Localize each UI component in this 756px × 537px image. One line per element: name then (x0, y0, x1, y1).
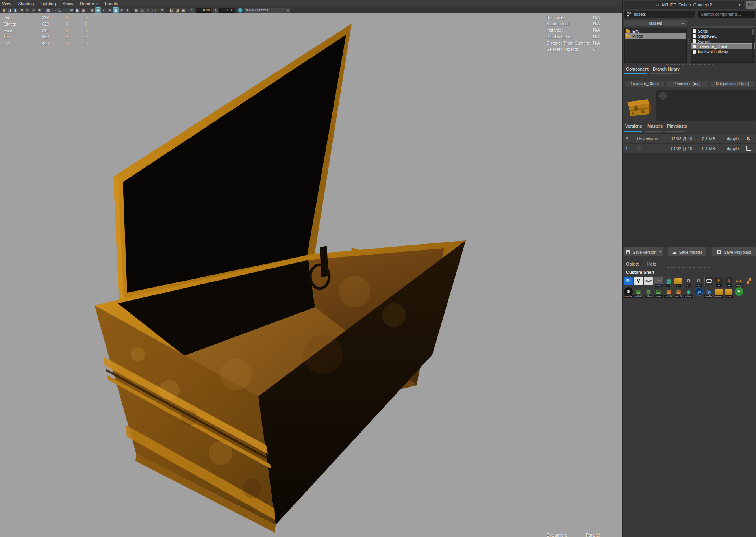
scrollbar[interactable] (752, 29, 754, 62)
toolbar-icon-13[interactable]: ◧ (75, 8, 80, 13)
gamma-icon[interactable]: ◑ (213, 8, 218, 13)
toolbar-icon-3[interactable]: ⚑ (19, 8, 24, 13)
version-row-1[interactable]: 104/02 @ 10...0.1 MBdgayle (623, 144, 756, 153)
toolbar-icon-18[interactable]: ◐ (101, 8, 107, 13)
colorspace-dropdown[interactable]: sRGB gamma ▼ (244, 8, 292, 13)
menu-panels[interactable]: Panels (105, 1, 118, 6)
open-folder-icon[interactable] (745, 146, 752, 152)
component-item-backwallhallway[interactable]: backwallHallway (691, 49, 755, 54)
splitter-handle[interactable] (687, 39, 689, 50)
toolbar-icon-19[interactable]: ⊕ (107, 8, 113, 13)
component-item-stepsgeo[interactable]: StepsGEO (691, 33, 755, 39)
toolbar-icon-6[interactable]: ✚ (37, 8, 42, 13)
shelf-icon-123[interactable]: ▦123 (664, 277, 673, 287)
toolbar-icon-31[interactable]: ◧ (169, 8, 174, 13)
shelf-icon-imgref[interactable]: ◉imgRef (704, 287, 713, 297)
menu-lighting[interactable]: Lighting (41, 1, 56, 6)
shelf-icon-triaqt[interactable]: ♟♟triaQt (735, 277, 743, 287)
menu-renderer[interactable]: Renderer (80, 1, 98, 6)
shelf-icon-univers[interactable]: ▤univers (654, 287, 663, 297)
shelf-icon-br[interactable]: ⚙BR (684, 277, 693, 287)
divider[interactable] (666, 64, 713, 65)
toolbar-icon-26[interactable]: ○ (145, 8, 151, 13)
save-version-button[interactable]: Save version▼ (624, 247, 663, 256)
shelf-icon-r0-8[interactable] (704, 277, 713, 287)
toolbar-icon-17[interactable]: ◆ (95, 8, 101, 13)
exposure-field[interactable]: 0.00 (196, 8, 211, 13)
toolbar-icon-14[interactable]: ▣ (81, 8, 86, 13)
save-master-button[interactable]: ☁Save master (668, 247, 706, 256)
toolbar-icon-32[interactable]: ◨ (174, 8, 180, 13)
3d-viewport[interactable]: ViewShadingLightingShowRendererPanels ▮◨… (0, 0, 622, 537)
shelf-icon-pi[interactable]: PI (624, 277, 633, 287)
folder-item-env[interactable]: Env (625, 28, 686, 33)
tab-masters[interactable]: Masters (647, 124, 663, 128)
toolbar-icon-10[interactable]: ◫ (57, 8, 63, 13)
component-item-sword[interactable]: Sword (691, 39, 755, 44)
shelf-icon-cbr[interactable]: ⚙CBR (695, 277, 703, 287)
shelf-icon-re[interactable]: RE (674, 277, 683, 287)
gamma-field[interactable]: 1.00 (219, 8, 235, 13)
shelf-icon-checker[interactable]: ✱checker (624, 287, 633, 297)
toolbar-icon-24[interactable]: ◉ (133, 8, 139, 13)
user-avatar[interactable]: DG (746, 1, 756, 9)
toolbar-icon-22[interactable]: ● (125, 8, 130, 13)
toolbar-icon-4[interactable]: ✎ (25, 8, 30, 13)
version-row-2[interactable]: 2Uv textures12/02 @ 10...0.1 MBdgayle↻ (623, 134, 756, 143)
shelf-icon-import[interactable]: import (724, 287, 733, 297)
menu-object[interactable]: Object (626, 262, 639, 266)
shelf-icon-resuv[interactable]: ▦resUV (674, 287, 683, 297)
toolbar-icon-21[interactable]: ✶ (119, 8, 124, 13)
shelf-icon-lmap[interactable]: ▥LMap (644, 287, 653, 297)
shelf-icon-name[interactable]: ≡Name (654, 277, 663, 287)
shelf-icon-uvmap[interactable]: ◆uvMap (684, 287, 693, 297)
toolbar-icon-29[interactable]: ↖ (160, 8, 165, 13)
toolbar-icon-11[interactable]: □ (63, 8, 69, 13)
toolbar-icon-27[interactable]: ⋯ (151, 8, 157, 13)
shelf-icon-griduv[interactable]: ▦gridUV (664, 287, 673, 297)
shelf-icon-goz[interactable]: GoZ (644, 277, 653, 287)
scrollbar-thumb[interactable] (752, 29, 754, 35)
component-item-scroll[interactable]: Scroll (691, 28, 755, 33)
shelf-icon-⚑[interactable]: ⚑ (735, 287, 743, 297)
save-playblast-button[interactable]: Save Playblast (712, 247, 756, 256)
shelf-icon-qr[interactable]: QR (695, 287, 703, 297)
component-item-treasure_cheat[interactable]: Treasure_Cheat (691, 44, 755, 49)
toolbar-icon-25[interactable]: ◎ (139, 8, 145, 13)
sync-icon[interactable]: ↻ (745, 136, 752, 142)
shelf-icon-obj[interactable]: ⇩OBJ (724, 277, 733, 287)
folder-item-props[interactable]: Props (625, 33, 686, 39)
shelf-icon-export[interactable]: export (715, 287, 723, 297)
shelf-icon-y[interactable]: Y (634, 277, 643, 287)
toolbar-icon-8[interactable]: ▦ (45, 8, 51, 13)
search-input[interactable]: Search components... (698, 11, 755, 18)
menu-help[interactable]: Help (647, 262, 656, 266)
toolbar-icon-2[interactable]: ◧ (13, 8, 19, 13)
component-thumbnail[interactable] (624, 96, 654, 117)
toolbar-icon-35[interactable]: ↻ (189, 8, 195, 13)
toolbar-icon-0[interactable]: ▮ (1, 8, 7, 13)
shelf-icon-label: RE (676, 284, 681, 287)
toolbar-icon-20[interactable]: ▩ (113, 8, 119, 13)
shelf-icon-▞[interactable]: ▞ (745, 277, 753, 287)
menu-show[interactable]: Show (63, 1, 74, 6)
tab-component[interactable]: Component (626, 67, 649, 71)
toolbar-icon-1[interactable]: ◨ (7, 8, 13, 13)
shelf-icon-uvgrid[interactable]: ▦uvGrid (634, 287, 643, 297)
menu-view[interactable]: View (2, 1, 11, 6)
shelf-icon-obj[interactable]: ⇧OBJ (715, 277, 723, 287)
toolbar-icon-16[interactable]: ◈ (89, 8, 95, 13)
project-dropdown[interactable]: ⌂ AKLIEF_Twitch_Concept2 ▼ (624, 1, 744, 9)
tab-branch-library[interactable]: Branch library (653, 67, 680, 71)
path-dropdown-assets[interactable]: /assets ▼ (624, 20, 687, 26)
menu-shading[interactable]: Shading (18, 1, 34, 6)
divider[interactable] (667, 267, 711, 268)
toolbar-icon-33[interactable]: ▣ (180, 8, 186, 13)
add-preview-button[interactable]: + (659, 92, 667, 100)
tab-playblasts[interactable]: Playblasts (667, 124, 687, 128)
toolbar-icon-12[interactable]: ⊞ (69, 8, 74, 13)
toolbar-icon-5[interactable]: ⌖ (31, 8, 36, 13)
tab-versions[interactable]: Versions (625, 124, 642, 128)
toolbar-icon-9[interactable]: ▭ (51, 8, 57, 13)
branch-field[interactable]: assets (624, 11, 695, 18)
